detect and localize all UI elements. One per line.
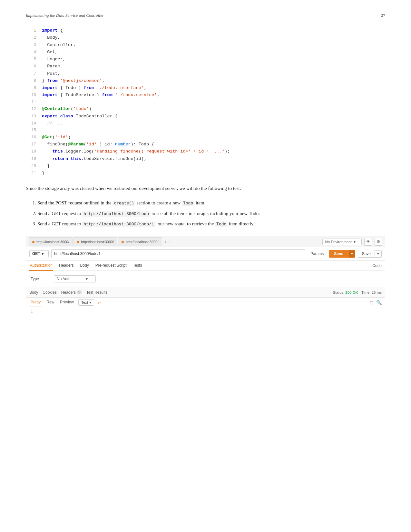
code-line: 17 findOne(@Param('id'') id: number): To… (26, 141, 385, 148)
time-value: 26 ms (372, 291, 382, 294)
save-dropdown-button[interactable]: ▾ (375, 250, 382, 258)
tab-dot-icon (32, 241, 34, 243)
more-tabs-button[interactable]: ··· (168, 239, 171, 244)
body-tab-pretty[interactable]: Pretty (29, 298, 42, 307)
response-tabs: BodyCookiesHeaders5Test Results Status: … (26, 287, 385, 298)
auth-row: Type No Auth ▾ (31, 275, 380, 282)
postman-url-bar: GET ▾ Params Send ▾ Save ▾ (26, 247, 385, 261)
auth-type-value: No Auth (57, 277, 71, 281)
auth-section: Type No Auth ▾ (26, 271, 385, 287)
line-content: } (42, 163, 50, 170)
code-line: 9import { Todo } from './todo.interface'… (26, 84, 385, 92)
resp-tab-test-results[interactable]: Test Results (86, 287, 107, 298)
postman-method-select[interactable]: GET ▾ (29, 250, 49, 257)
send-button[interactable]: Send (329, 250, 348, 258)
postman-url-input[interactable] (51, 249, 305, 258)
chevron-down-icon: ▾ (42, 251, 44, 256)
page-header: Implementing the Data Service and Contro… (26, 13, 385, 18)
search-icon[interactable]: 🔍 (376, 300, 382, 305)
auth-type-select[interactable]: No Auth ▾ (54, 275, 96, 282)
env-label: No Environment (325, 240, 352, 244)
chevron-down-icon: ▾ (86, 277, 88, 281)
response-status-info: Status: 200 OK Time: 26 ms (333, 291, 382, 294)
code-line: 13export class TodoController { (26, 113, 385, 120)
status-value: 200 OK (346, 291, 358, 294)
code-line: 7 Post, (26, 70, 385, 77)
req-tab-pre-request-script[interactable]: Pre-request Script (95, 261, 127, 271)
postman-save-group: Save ▾ (358, 250, 382, 258)
code-line: 14 // ... (26, 120, 385, 127)
eye-icon-button[interactable]: 👁 (364, 238, 372, 246)
tab-dot-icon (122, 241, 124, 243)
tab-label: http://localhost:3000/ (126, 240, 159, 244)
req-tab-headers[interactable]: Headers (58, 261, 74, 271)
postman-env-bar: No Environment▾👁⚙ (322, 238, 382, 246)
line-number: 8 (26, 78, 36, 84)
line-content: export class TodoController { (42, 113, 118, 120)
send-dropdown-button[interactable]: ▾ (349, 250, 355, 258)
postman-tab-item[interactable]: http://localhost:3000/ (118, 237, 162, 246)
settings-button[interactable]: ⚙ (375, 238, 382, 246)
request-tabs: AuthorizationHeadersBodyPre-request Scri… (26, 261, 385, 271)
line-number: 4 (26, 49, 36, 56)
status-label: Status: 200 OK (333, 291, 358, 294)
line-content: import { TodoService } from './todo.serv… (42, 92, 160, 99)
save-button[interactable]: Save (358, 250, 375, 258)
environment-select[interactable]: No Environment▾ (322, 239, 362, 245)
body-tab-raw[interactable]: Raw (45, 298, 55, 307)
response-line-1: 1 (31, 310, 380, 314)
line-content: Param, (42, 63, 63, 70)
line-number: 21 (26, 170, 36, 177)
line-number: 3 (26, 42, 36, 49)
line-number: 9 (26, 85, 36, 92)
req-tab-tests[interactable]: Tests (132, 261, 142, 271)
line-content: Post, (42, 70, 60, 77)
req-tab-body[interactable]: Body (79, 261, 89, 271)
line-content: this.logger.log('Handling findOne() requ… (42, 148, 230, 155)
tab-badge: 5 (77, 290, 82, 294)
resp-tab-cookies[interactable]: Cookies (43, 287, 56, 298)
line-content: // ... (42, 120, 63, 127)
word-wrap-icon[interactable]: ⇌ (97, 300, 101, 305)
eye-icon: 👁 (366, 239, 370, 244)
code-line: 6 Param, (26, 63, 385, 70)
steps-list: Send the POST request outlined in the cr… (37, 199, 385, 228)
req-tab-authorization[interactable]: Authorization (29, 261, 53, 271)
code-line: 4 Get, (26, 49, 385, 56)
line-number: 10 (26, 92, 36, 99)
line-number: 11 (26, 99, 36, 106)
postman-tabs-bar: http://localhost:3000/http://localhost:3… (26, 236, 385, 247)
code-line: 8} from '@nestjs/common'; (26, 77, 385, 84)
code-line: 15 (26, 127, 385, 134)
postman-tab-item[interactable]: http://localhost:3000/ (73, 237, 118, 246)
line-number: 6 (26, 63, 36, 70)
tab-dot-icon (77, 241, 79, 243)
gear-icon: ⚙ (377, 239, 380, 244)
list-item: Send the POST request outlined in the cr… (37, 199, 385, 207)
line-content: Logger, (42, 56, 65, 63)
tab-label: http://localhost:3000/ (36, 240, 69, 244)
body-tab-preview[interactable]: Preview (59, 298, 75, 307)
resp-tab-headers[interactable]: Headers5 (61, 287, 82, 298)
line-number-1: 1 (31, 310, 33, 314)
params-button[interactable]: Params (308, 251, 326, 256)
resp-tab-body[interactable]: Body (29, 287, 38, 298)
code-link[interactable]: Code (372, 263, 382, 268)
copy-icon[interactable]: ◻ (370, 300, 374, 305)
tab-label: http://localhost:3000/ (81, 240, 114, 244)
line-number: 12 (26, 106, 36, 113)
line-content: } from '@nestjs/common'; (42, 77, 104, 84)
body-format-select[interactable]: Text▾ (78, 299, 94, 306)
code-line: 11 (26, 99, 385, 106)
list-item: Send a GET request to http://localhost:3… (37, 209, 385, 218)
format-label: Text (81, 300, 88, 304)
auth-type-label: Type (31, 277, 50, 281)
code-line: 10import { TodoService } from './todo.se… (26, 92, 385, 99)
new-tab-button[interactable]: + (164, 239, 167, 244)
code-line: 5 Logger, (26, 56, 385, 63)
code-line: 19 return this.todoService.findOne(id); (26, 155, 385, 163)
line-content: findOne(@Param('id'') id: number): Todo … (42, 141, 154, 148)
postman-tab-item[interactable]: http://localhost:3000/ (29, 237, 73, 246)
line-number: 16 (26, 134, 36, 141)
response-body-area: 1 (26, 307, 385, 319)
